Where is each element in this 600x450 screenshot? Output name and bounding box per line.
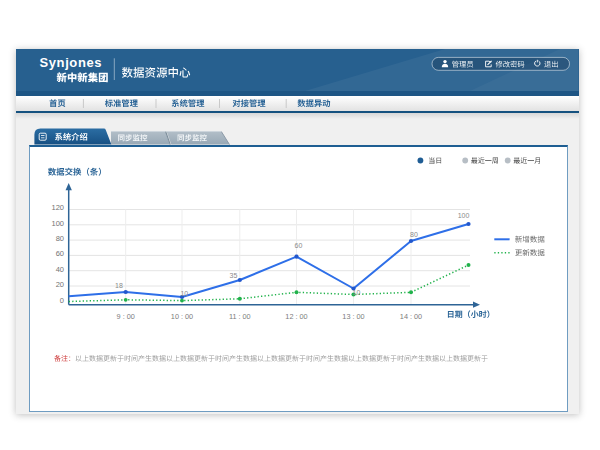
svg-text:9 : 00: 9 : 00 <box>117 312 135 321</box>
svg-text:60: 60 <box>56 249 64 258</box>
svg-text:80: 80 <box>410 231 418 238</box>
svg-text:Synjones: Synjones <box>40 55 103 70</box>
svg-text:12 : 00: 12 : 00 <box>285 312 307 321</box>
svg-text:120: 120 <box>51 203 64 212</box>
svg-text:100: 100 <box>458 212 470 219</box>
svg-text:20: 20 <box>56 280 64 289</box>
svg-text:11 : 00: 11 : 00 <box>229 312 251 321</box>
svg-text:10 : 00: 10 : 00 <box>171 312 193 321</box>
svg-text:0: 0 <box>60 296 64 305</box>
svg-text:13 : 00: 13 : 00 <box>342 312 364 321</box>
svg-text:14 : 00: 14 : 00 <box>400 312 422 321</box>
svg-text:10: 10 <box>180 290 188 297</box>
svg-text:10: 10 <box>353 289 361 296</box>
svg-text:80: 80 <box>56 234 64 243</box>
svg-text:18: 18 <box>115 282 123 289</box>
svg-text:40: 40 <box>56 265 64 274</box>
svg-text:35: 35 <box>230 272 238 279</box>
svg-text:60: 60 <box>295 242 303 249</box>
svg-text:100: 100 <box>51 219 64 228</box>
